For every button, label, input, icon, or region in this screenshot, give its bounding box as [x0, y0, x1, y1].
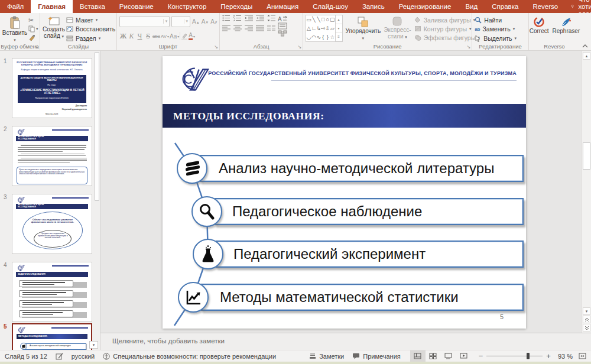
method-item-2[interactable]: Педагогическое наблюдение	[215, 198, 524, 225]
collapse-ribbon-button[interactable]	[582, 44, 589, 48]
tab-slideshow[interactable]: Слайд-шоу	[306, 0, 355, 13]
align-left-button[interactable]	[222, 25, 230, 31]
text-direction-button[interactable]: A	[278, 15, 288, 22]
numbering-button[interactable]	[233, 15, 242, 21]
thumbnails-scrollbar[interactable]	[95, 52, 99, 201]
slideshow-view-button[interactable]	[456, 350, 472, 362]
method-item-3[interactable]: Педагогический эксперимент	[216, 240, 524, 268]
tab-transitions[interactable]: Переходы	[213, 0, 259, 13]
tell-me-search[interactable]: Что вы хотите сделать?	[565, 0, 591, 13]
highlight-color-button[interactable]	[181, 32, 188, 40]
format-painter-button[interactable]	[28, 33, 38, 42]
bullets-button[interactable]	[222, 15, 230, 21]
shape-outline-button[interactable]: Контур фигуры▾	[414, 24, 480, 33]
thumbnails-scroll-down-button[interactable]: ▾	[89, 341, 98, 349]
tab-record[interactable]: Запись	[355, 0, 392, 13]
tab-home[interactable]: Главная	[31, 0, 73, 13]
zoom-level[interactable]: 93 %	[558, 353, 573, 360]
shape-option[interactable]: ▱	[330, 24, 335, 33]
clear-formatting-button[interactable]: A✗	[210, 18, 217, 25]
slide-thumbnail-5[interactable]: МЕТОДЫ ИССЛЕДОВАНИЯ: Анализ научно-метод…	[12, 323, 92, 350]
shape-option[interactable]: ╲	[311, 15, 317, 24]
tab-review[interactable]: Рецензирование	[392, 0, 459, 13]
shape-option[interactable]: ○	[326, 15, 330, 24]
align-center-button[interactable]	[233, 25, 242, 31]
slide-thumbnail-1[interactable]: РОССИЙСКИЙ ГОСУДАРСТВЕННЫЙ УНИВЕРСИТЕТ Ф…	[12, 58, 92, 118]
previous-slide-button[interactable]	[583, 316, 590, 323]
tab-help[interactable]: Справка	[485, 0, 525, 13]
method-item-4-badge[interactable]	[178, 282, 209, 313]
italic-button[interactable]: К	[128, 32, 135, 41]
character-spacing-button[interactable]: AV	[161, 34, 167, 39]
shape-effects-button[interactable]: Эффекты фигуры▾	[414, 33, 480, 42]
shape-option[interactable]: □	[321, 15, 326, 24]
comments-toggle-button[interactable]: Примечания	[352, 353, 401, 360]
columns-button[interactable]	[267, 25, 275, 31]
layout-button[interactable]: Макет▾	[66, 15, 115, 24]
method-item-3-badge[interactable]	[193, 239, 223, 269]
method-item-2-badge[interactable]	[191, 196, 222, 227]
shape-option[interactable]: }	[326, 32, 330, 41]
change-case-button[interactable]: Aa	[170, 33, 177, 40]
shape-option[interactable]: ☆	[330, 32, 335, 41]
increase-font-button[interactable]: A▲	[192, 18, 200, 25]
font-size-combo[interactable]: ▾	[171, 16, 190, 27]
shapes-gallery[interactable]: ▭ ╲ ╲ □ ○ ▢ △ ∟ ↳ ⇨ ⇩ ▱ ◡ ◠ ∿	[306, 15, 342, 42]
next-slide-button[interactable]	[583, 324, 590, 332]
arrange-button[interactable]: Упорядочить▾	[346, 15, 381, 43]
zoom-in-button[interactable]: +	[546, 352, 551, 360]
increase-indent-button[interactable]	[256, 15, 264, 21]
shape-option[interactable]: △	[306, 24, 311, 33]
slide-thumbnail-2[interactable]: АКТУАЛЬНОСТЬ И ЦЕЛЬ ИССЛЕДОВАНИЯ Цель ис…	[12, 126, 92, 186]
shape-option[interactable]: ╲	[316, 15, 321, 24]
reverso-correct-button[interactable]: Correct	[530, 15, 549, 34]
shape-fill-button[interactable]: Заливка фигуры▾	[414, 15, 480, 24]
reset-slide-button[interactable]: Восстановить	[66, 25, 115, 34]
method-item-1[interactable]: Анализ научно-методической литературы	[200, 155, 524, 182]
slide-thumbnail-4[interactable]: ЗАДАЧИ ИССЛЕДОВАНИЯ	[12, 262, 92, 322]
slide-thumbnail-3[interactable]: АКТУАЛЬНОСТЬ И ЦЕЛЬ ИССЛЕДОВАНИЯ Объект …	[12, 194, 92, 254]
decrease-indent-button[interactable]	[245, 15, 253, 21]
paste-button[interactable]: Вставить▾	[2, 15, 27, 43]
shape-option[interactable]: ◠	[311, 32, 317, 41]
slide-canvas[interactable]: РОССИЙСКИЙ ГОСУДАРСТВЕННЫЙ УНИВЕРСИТЕТ Ф…	[100, 51, 582, 333]
shape-option[interactable]: ⇩	[326, 24, 330, 33]
strikethrough-button[interactable]: S	[144, 32, 152, 41]
university-logo-icon[interactable]	[173, 64, 210, 94]
canvas-scrollbar[interactable]: ▴ ▾	[582, 51, 591, 333]
text-shadow-button[interactable]: abc	[152, 34, 160, 39]
shape-option[interactable]: ▢	[330, 15, 335, 24]
shapes-scroll-down[interactable]: ▾	[336, 24, 342, 33]
align-right-button[interactable]	[245, 25, 253, 31]
section-button[interactable]: Раздел▾	[66, 34, 115, 43]
clipboard-dialog-launcher[interactable]: ↘	[34, 45, 38, 50]
shapes-more-button[interactable]: ≡	[336, 32, 342, 41]
underline-button[interactable]: Ч	[136, 32, 144, 41]
canvas-scroll-up-button[interactable]: ▴	[583, 52, 590, 60]
zoom-slider-thumb[interactable]	[527, 353, 530, 359]
bold-button[interactable]: Ж	[119, 32, 127, 41]
method-item-4[interactable]: Методы математической статистики	[201, 284, 524, 311]
shapes-scroll-up[interactable]: ▴	[336, 15, 342, 24]
slide-sorter-view-button[interactable]	[426, 350, 441, 362]
tab-file[interactable]: Файл	[0, 0, 31, 13]
shape-option[interactable]: ▭	[306, 15, 311, 24]
convert-smartart-button[interactable]	[278, 30, 288, 37]
university-name-text[interactable]: РОССИЙСКИЙ ГОСУДАРСТВЕННЫЙ УНИВЕРСИТЕТ Ф…	[208, 70, 517, 76]
quick-styles-button[interactable]: Экспресс-стили ▾	[384, 15, 411, 43]
font-dialog-launcher[interactable]: ↘	[214, 45, 218, 50]
slide-title-bar[interactable]: МЕТОДЫ ИССЛЕДОВАНИЯ:	[163, 104, 526, 128]
fit-to-window-icon[interactable]	[579, 353, 586, 359]
shape-option[interactable]: ∟	[311, 24, 317, 33]
zoom-out-button[interactable]: −	[479, 352, 483, 360]
drawing-dialog-launcher[interactable]: ↘	[466, 45, 470, 50]
tab-reverso[interactable]: Reverso	[525, 0, 565, 13]
normal-view-button[interactable]	[410, 350, 426, 362]
canvas-scrollbar-thumb[interactable]	[583, 142, 590, 170]
shape-option[interactable]: ⇨	[321, 24, 326, 33]
shape-option[interactable]: {	[321, 32, 326, 41]
font-color-button[interactable]: А	[189, 32, 193, 40]
canvas-scroll-down-button[interactable]: ▾	[583, 307, 590, 315]
tab-insert[interactable]: Вставка	[73, 0, 112, 13]
slide-indicator[interactable]: Слайд 5 из 12	[5, 353, 47, 360]
